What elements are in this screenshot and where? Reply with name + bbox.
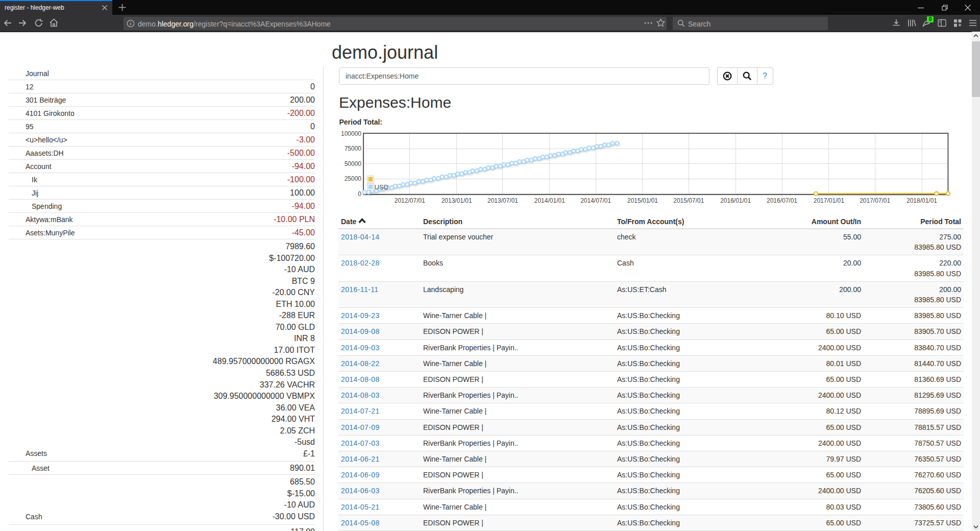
svg-text:2018/01/01: 2018/01/01 — [906, 197, 937, 204]
svg-text:75000: 75000 — [345, 145, 362, 152]
svg-text:2014/07/01: 2014/07/01 — [580, 197, 611, 204]
svg-text:USD: USD — [375, 183, 388, 191]
svg-text:2017/07/01: 2017/07/01 — [860, 197, 890, 204]
svg-text:2012/07/01: 2012/07/01 — [395, 197, 425, 204]
svg-text:0: 0 — [358, 190, 361, 198]
svg-text:2015/07/01: 2015/07/01 — [673, 197, 704, 204]
svg-text:50000: 50000 — [345, 160, 362, 167]
svg-text:2015/01/01: 2015/01/01 — [627, 197, 658, 204]
svg-text:2017/01/01: 2017/01/01 — [814, 197, 844, 204]
svg-text:2013/07/01: 2013/07/01 — [487, 197, 518, 204]
svg-text:2013/01/01: 2013/01/01 — [442, 197, 472, 204]
svg-text:100000: 100000 — [341, 130, 361, 137]
svg-text:2014/01/01: 2014/01/01 — [534, 197, 565, 204]
svg-text:25000: 25000 — [345, 175, 362, 182]
svg-text:2016/01/01: 2016/01/01 — [720, 197, 751, 204]
svg-text:2016/07/01: 2016/07/01 — [767, 197, 797, 204]
